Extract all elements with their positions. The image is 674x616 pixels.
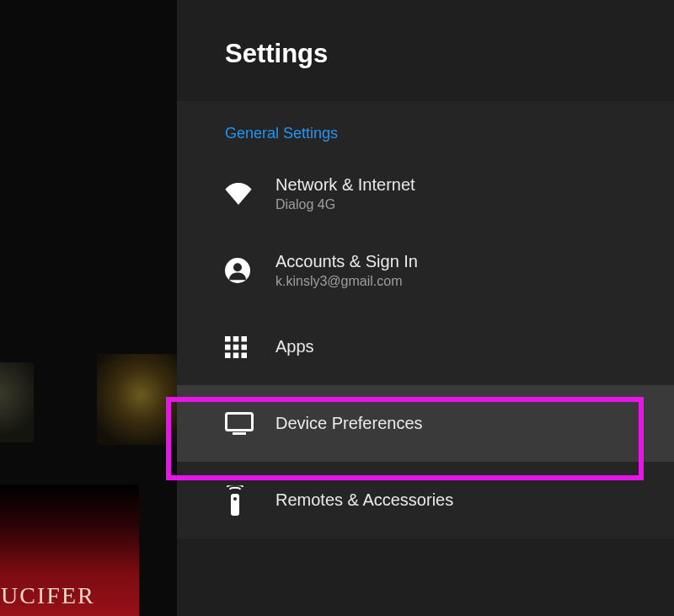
svg-rect-7 [242, 344, 248, 350]
apps-grid-icon [225, 336, 275, 358]
svg-rect-9 [233, 352, 239, 358]
svg-point-14 [233, 497, 237, 501]
svg-rect-8 [225, 352, 231, 358]
menu-item-subtitle: Dialog 4G [275, 197, 415, 212]
svg-rect-10 [242, 352, 248, 358]
bg-poster-thumb [0, 362, 34, 442]
bg-poster-thumb [97, 354, 177, 445]
svg-point-1 [233, 263, 242, 271]
settings-header: Settings [177, 0, 674, 101]
menu-item-device-preferences[interactable]: Device Preferences [177, 385, 674, 462]
svg-rect-5 [225, 344, 231, 350]
menu-item-title: Network & Internet [275, 174, 415, 196]
svg-rect-3 [233, 336, 239, 342]
menu-item-remotes[interactable]: Remotes & Accessories [177, 462, 674, 538]
settings-menu: Network & Internet Dialog 4G Accounts & … [177, 155, 674, 538]
svg-rect-12 [233, 432, 246, 435]
menu-item-title: Device Preferences [275, 413, 423, 434]
section-label-general: General Settings [177, 101, 674, 155]
menu-item-title: Accounts & Sign In [275, 251, 418, 272]
settings-panel: Settings General Settings Network & Inte… [177, 0, 674, 616]
bg-poster-lucifer: LUCIFER [0, 485, 139, 616]
remote-icon [225, 485, 275, 516]
menu-item-network[interactable]: Network & Internet Dialog 4G [177, 155, 674, 232]
menu-item-title: Apps [275, 336, 314, 357]
menu-item-title: Remotes & Accessories [275, 490, 453, 511]
wifi-icon [225, 183, 275, 205]
svg-rect-13 [231, 494, 239, 516]
svg-rect-2 [225, 336, 231, 342]
account-icon [225, 258, 275, 283]
svg-rect-11 [227, 414, 253, 431]
menu-item-subtitle: k.kinsly3@gmail.com [275, 274, 418, 289]
svg-rect-4 [242, 336, 248, 342]
background-dimmed: LUCIFER [0, 0, 177, 616]
menu-item-apps[interactable]: Apps [177, 308, 674, 385]
page-title: Settings [225, 39, 674, 69]
bg-poster-title: LUCIFER [0, 582, 95, 609]
tv-icon [225, 412, 275, 435]
svg-rect-6 [233, 344, 239, 350]
menu-item-accounts[interactable]: Accounts & Sign In k.kinsly3@gmail.com [177, 232, 674, 308]
